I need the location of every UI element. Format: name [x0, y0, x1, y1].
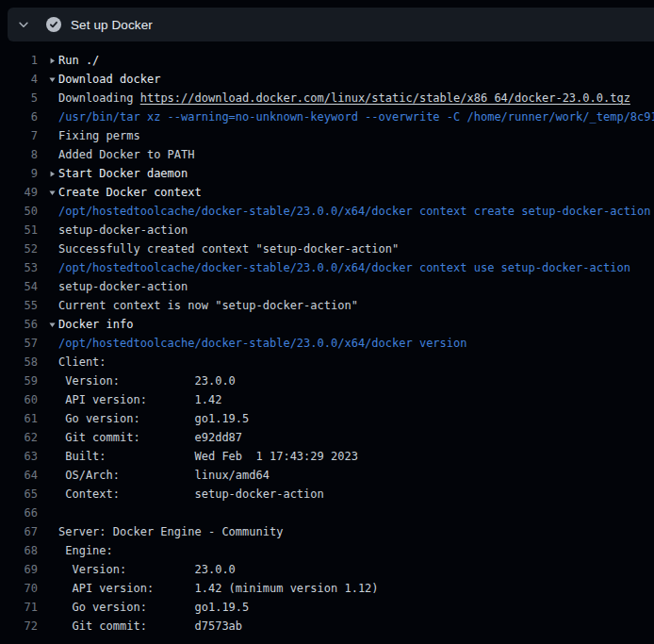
log-text: API version: 1.42	[58, 390, 221, 409]
line-number[interactable]: 63	[0, 447, 38, 466]
indent-spacer	[38, 560, 58, 579]
line-number[interactable]: 61	[0, 409, 38, 428]
log-line: 57/opt/hostedtoolcache/docker-stable/23.…	[0, 334, 654, 353]
indent-spacer	[38, 277, 58, 296]
log-text: Start Docker daemon	[58, 164, 188, 183]
line-number[interactable]: 8	[0, 145, 38, 164]
log-line: 70 API version: 1.42 (minimum version 1.…	[0, 579, 654, 598]
step-header[interactable]: Set up Docker	[8, 8, 654, 41]
log-line: 66	[0, 504, 654, 522]
indent-spacer	[38, 296, 58, 315]
line-number[interactable]: 62	[0, 428, 38, 447]
indent-spacer	[38, 579, 58, 598]
log-line: 50/opt/hostedtoolcache/docker-stable/23.…	[0, 202, 654, 221]
line-number[interactable]: 53	[0, 258, 38, 277]
line-number[interactable]: 7	[0, 126, 38, 145]
log-text: Fixing perms	[58, 126, 140, 145]
indent-spacer	[38, 221, 58, 239]
line-number[interactable]: 55	[0, 296, 38, 315]
indent-spacer	[38, 598, 58, 617]
line-number[interactable]: 68	[0, 541, 38, 560]
line-number[interactable]: 69	[0, 560, 38, 579]
log-line[interactable]: 1Run ./	[0, 51, 654, 70]
line-number[interactable]: 70	[0, 579, 38, 598]
chevron-down-icon[interactable]	[16, 17, 31, 32]
log-text: /opt/hostedtoolcache/docker-stable/23.0.…	[58, 334, 466, 353]
line-number[interactable]: 6	[0, 107, 38, 126]
line-number[interactable]: 65	[0, 485, 38, 504]
log-text: Run ./	[58, 51, 99, 70]
log-text: Go version: go1.19.5	[58, 598, 249, 617]
log-line[interactable]: 49Create Docker context	[0, 183, 654, 202]
line-number[interactable]: 66	[0, 504, 38, 522]
line-number[interactable]: 60	[0, 390, 38, 409]
line-number[interactable]: 49	[0, 183, 38, 202]
line-number[interactable]: 71	[0, 598, 38, 617]
indent-spacer	[38, 485, 58, 504]
triangle-down-icon[interactable]	[38, 183, 58, 202]
line-number[interactable]: 5	[0, 89, 38, 107]
log-line: 68 Engine:	[0, 541, 654, 560]
indent-spacer	[38, 107, 58, 126]
line-number[interactable]: 52	[0, 239, 38, 258]
line-number[interactable]: 50	[0, 202, 38, 221]
log-text: Context: setup-docker-action	[58, 485, 324, 504]
log-line[interactable]: 9Start Docker daemon	[0, 164, 654, 183]
log-text: setup-docker-action	[58, 277, 188, 296]
log-line: 54setup-docker-action	[0, 277, 654, 296]
line-number[interactable]: 1	[0, 51, 38, 70]
log-line: 65 Context: setup-docker-action	[0, 485, 654, 504]
indent-spacer	[38, 428, 58, 447]
line-number[interactable]: 51	[0, 221, 38, 239]
log-text: Added Docker to PATH	[58, 145, 195, 164]
log-text: Download docker	[58, 70, 160, 89]
triangle-right-icon[interactable]	[38, 51, 58, 70]
line-number[interactable]: 4	[0, 70, 38, 89]
triangle-right-icon[interactable]	[38, 164, 58, 183]
log-line: 55Current context is now "setup-docker-a…	[0, 296, 654, 315]
log-text: /opt/hostedtoolcache/docker-stable/23.0.…	[58, 202, 651, 221]
log-line[interactable]: 4Download docker	[0, 70, 654, 89]
line-number[interactable]: 59	[0, 372, 38, 390]
log-line: 5Downloading https://download.docker.com…	[0, 89, 654, 107]
step-title: Set up Docker	[71, 18, 153, 32]
triangle-down-icon[interactable]	[38, 315, 58, 334]
log-text: Create Docker context	[58, 183, 202, 202]
line-number[interactable]: 72	[0, 617, 38, 636]
log-line[interactable]: 56Docker info	[0, 315, 654, 334]
line-number[interactable]: 9	[0, 164, 38, 183]
indent-spacer	[38, 409, 58, 428]
log-line: 51setup-docker-action	[0, 221, 654, 239]
indent-spacer	[38, 258, 58, 277]
log-text-segment: Downloading	[58, 91, 140, 105]
line-number[interactable]: 58	[0, 353, 38, 372]
log-text: Version: 23.0.0	[58, 372, 236, 390]
line-number[interactable]: 64	[0, 466, 38, 485]
indent-spacer	[38, 89, 58, 107]
line-number[interactable]: 56	[0, 315, 38, 334]
check-circle-icon	[46, 17, 61, 32]
log-text: Go version: go1.19.5	[58, 409, 249, 428]
log-text: Downloading https://download.docker.com/…	[58, 89, 630, 107]
indent-spacer	[38, 447, 58, 466]
log-text: OS/Arch: linux/amd64	[58, 466, 270, 485]
triangle-down-icon[interactable]	[38, 70, 58, 89]
indent-spacer	[38, 372, 58, 390]
log-text: Successfully created context "setup-dock…	[58, 239, 399, 258]
indent-spacer	[38, 541, 58, 560]
log-text: /usr/bin/tar xz --warning=no-unknown-key…	[58, 107, 654, 126]
indent-spacer	[38, 522, 58, 541]
indent-spacer	[38, 504, 58, 522]
log-text: Current context is now "setup-docker-act…	[58, 296, 358, 315]
line-number[interactable]: 54	[0, 277, 38, 296]
log-line: 61 Go version: go1.19.5	[0, 409, 654, 428]
log-line: 8Added Docker to PATH	[0, 145, 654, 164]
log-text: Git commit: d7573ab	[58, 617, 242, 636]
line-number[interactable]: 67	[0, 522, 38, 541]
indent-spacer	[38, 145, 58, 164]
log-line: 6/usr/bin/tar xz --warning=no-unknown-ke…	[0, 107, 654, 126]
log-line: 53/opt/hostedtoolcache/docker-stable/23.…	[0, 258, 654, 277]
log-link-text: https://download.docker.com/linux/static…	[140, 91, 630, 105]
line-number[interactable]: 57	[0, 334, 38, 353]
log-text: Engine:	[58, 541, 113, 560]
